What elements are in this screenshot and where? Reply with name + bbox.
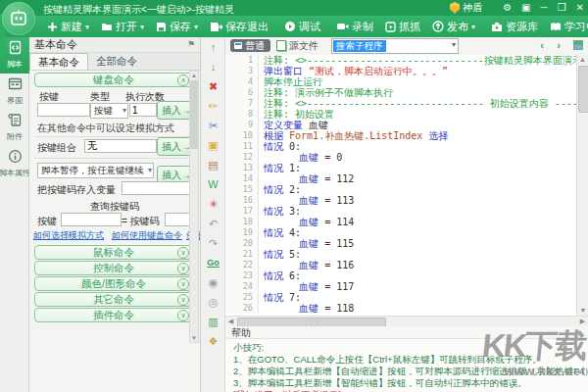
- code-line[interactable]: 8注释: 初始设置: [225, 109, 576, 120]
- find-next-icon[interactable]: ◎: [201, 292, 225, 312]
- code-line[interactable]: 3弹出窗口 “测试，脚本启动运行中。。。”: [225, 66, 576, 76]
- scroll-down-icon[interactable]: ▼: [190, 334, 198, 342]
- code-line[interactable]: 16 血键 = 113: [225, 195, 576, 206]
- scroll-up-icon[interactable]: ▲: [190, 72, 198, 79]
- help-tab[interactable]: 帮助: [225, 326, 588, 339]
- query-key-input[interactable]: [61, 213, 122, 226]
- code-line[interactable]: 4脚本停止运行: [225, 76, 576, 87]
- horizontal-scrollbar[interactable]: ◀ ⋮⋮⋮ ▶: [225, 316, 588, 326]
- scroll-left-icon[interactable]: ◀: [225, 317, 236, 326]
- minimize-icon[interactable]: ─: [541, 0, 548, 16]
- toolbar-button-保存[interactable]: 保存▾: [150, 17, 204, 36]
- delete-line-icon[interactable]: ✖: [201, 76, 225, 96]
- code-line[interactable]: 24 血键 = 117: [225, 281, 576, 292]
- undo-icon[interactable]: ↶: [201, 214, 225, 233]
- toolbar-button-学习中心[interactable]: 学习中心: [544, 17, 588, 36]
- code-line[interactable]: 20 血键 = 115: [225, 238, 576, 249]
- insert-line-above-icon[interactable]: ↑: [201, 37, 225, 57]
- code-line[interactable]: 12 血键 = 0: [225, 152, 576, 163]
- subroutine-search-combobox[interactable]: 搜索子程序: [331, 38, 459, 54]
- collapse-icon[interactable]: ∧: [177, 74, 189, 86]
- v-scroll-thumb[interactable]: [578, 66, 588, 113]
- toolbar-button-资源库[interactable]: 资源库: [485, 17, 544, 36]
- code-line[interactable]: 21情况 5:: [225, 249, 576, 260]
- combo-input[interactable]: [84, 139, 157, 153]
- source-file-button[interactable]: 源文件: [276, 39, 318, 52]
- expand-icon[interactable]: ∨: [177, 278, 189, 290]
- maximize-icon[interactable]: ❐: [558, 0, 566, 16]
- section-颜色/图形命令[interactable]: 颜色/图形命令∨: [34, 276, 193, 291]
- insert-line-below-icon[interactable]: ↓: [201, 57, 225, 76]
- expand-icon[interactable]: ∨: [177, 310, 189, 321]
- toolbar-button-新建[interactable]: 新建▾: [41, 17, 95, 36]
- word-wrap-icon[interactable]: W: [201, 174, 225, 194]
- code-line[interactable]: 17情况 3:: [225, 206, 576, 217]
- link-simulate-help[interactable]: 如何选择模拟方式: [33, 229, 104, 242]
- close-icon[interactable]: ✕: [576, 0, 584, 16]
- nav-back-icon[interactable]: ‹: [540, 39, 544, 51]
- sidebar-item-附件[interactable]: 附件: [0, 110, 29, 146]
- code-line[interactable]: 22 血键 = 116: [225, 260, 576, 270]
- expand-icon[interactable]: ∨: [177, 247, 189, 259]
- pin-icon[interactable]: ⚑: [187, 37, 195, 52]
- code-line[interactable]: 1注释: <>------------------------------按键精…: [225, 55, 576, 66]
- comment-icon[interactable]: ✳: [201, 194, 225, 214]
- key-input[interactable]: [37, 103, 90, 117]
- copy-icon[interactable]: ▣: [201, 135, 225, 155]
- panel-scroll-thumb[interactable]: [190, 80, 198, 149]
- pause-select[interactable]: 脚本暂停，按任意键继续: [37, 163, 154, 178]
- shield-badge[interactable]: 神盾: [450, 1, 482, 15]
- edit-line-icon[interactable]: ✏: [201, 96, 225, 116]
- scroll-up-icon[interactable]: ▲: [577, 55, 588, 65]
- code-line[interactable]: 18 血键 = 114: [225, 217, 576, 227]
- toolbar-button-打开[interactable]: 打开▾: [95, 17, 150, 36]
- sidebar-item-脚本属性[interactable]: 脚本属性: [0, 146, 29, 182]
- code-line[interactable]: 13情况 1:: [225, 163, 576, 173]
- toolbar-button-抓抓[interactable]: 抓抓: [379, 17, 426, 36]
- code-line[interactable]: 25情况 7:: [225, 292, 576, 303]
- redo-icon[interactable]: ↷: [201, 233, 225, 253]
- toolbar-button-发布[interactable]: 发布▾: [426, 17, 481, 36]
- paste-icon[interactable]: ▤: [201, 155, 225, 174]
- toolbar-button-保存退出[interactable]: 保存退出: [204, 17, 274, 36]
- tab-all-commands[interactable]: 全部命令: [88, 53, 145, 70]
- code-line[interactable]: 15情况 2:: [225, 184, 576, 195]
- sidebar-item-界面[interactable]: 界面: [0, 74, 29, 110]
- code-line[interactable]: 19情况 4:: [225, 227, 576, 238]
- code-line[interactable]: 9定义变量 血键: [225, 120, 576, 130]
- layout-grid-icon[interactable]: [573, 40, 583, 50]
- cut-icon[interactable]: ✂: [201, 116, 225, 135]
- misc-icon[interactable]: ❖: [201, 331, 225, 351]
- toolbar-button-录制[interactable]: 录制: [330, 17, 379, 36]
- settings-icon[interactable]: ⚙: [503, 0, 512, 16]
- code-line[interactable]: 6注释: 演示例子不做脚本执行: [225, 87, 576, 98]
- section-鼠标命令[interactable]: 鼠标命令∨: [34, 245, 193, 260]
- code-line[interactable]: 11情况 0:: [225, 141, 576, 152]
- find-icon[interactable]: ◉: [201, 272, 225, 292]
- code-area[interactable]: 1注释: <>------------------------------按键精…: [225, 55, 576, 316]
- section-其它命令[interactable]: 其它命令∨: [34, 292, 193, 307]
- section-keyboard-commands[interactable]: 键盘命令 ∧: [34, 73, 193, 87]
- section-插件命令[interactable]: 插件命令∨: [34, 308, 193, 322]
- vertical-scrollbar[interactable]: ▲ ▼: [576, 55, 588, 316]
- toolbar-button-调试[interactable]: 调试: [278, 17, 326, 36]
- tab-basic-commands[interactable]: 基本命令: [29, 53, 88, 70]
- code-line[interactable]: 26 血键 = 118: [225, 303, 576, 314]
- normal-mode-button[interactable]: 普通: [230, 39, 270, 52]
- mini-mode-icon[interactable]: ▣: [521, 0, 530, 16]
- code-line[interactable]: 7注释: <>------------------------------ 初始…: [225, 98, 576, 109]
- link-keyboard-help[interactable]: 如何使用键盘命令: [112, 229, 182, 242]
- section-控制命令[interactable]: 控制命令∨: [34, 261, 193, 275]
- nav-forward-icon[interactable]: ›: [557, 39, 561, 51]
- scroll-right-icon[interactable]: ▶: [577, 317, 588, 326]
- store-keycode-input[interactable]: [122, 181, 194, 195]
- export-icon[interactable]: ▥: [201, 312, 225, 331]
- code-line[interactable]: 23情况 6:: [225, 270, 576, 281]
- goto-line-icon[interactable]: Go: [201, 253, 225, 272]
- expand-icon[interactable]: ∨: [177, 263, 189, 274]
- code-line[interactable]: 10根据 Form1.补血热键.ListIndex 选择: [225, 130, 576, 141]
- count-input[interactable]: [129, 103, 157, 117]
- expand-icon[interactable]: ∨: [177, 294, 189, 306]
- scroll-down-icon[interactable]: ▼: [577, 306, 588, 316]
- key-type-select[interactable]: 按键: [90, 103, 128, 119]
